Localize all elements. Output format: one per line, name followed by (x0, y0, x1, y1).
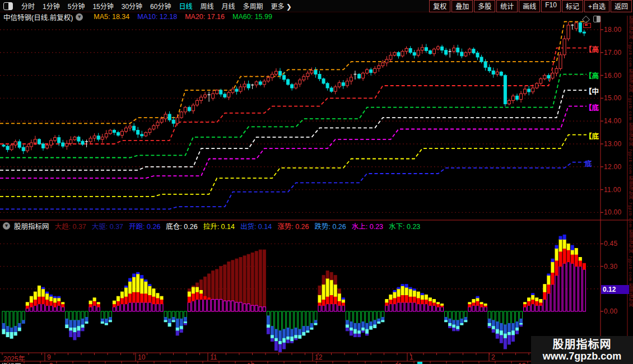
chart-canvas[interactable] (0, 0, 633, 364)
band-label: 【底 (585, 130, 599, 141)
indicator-values: 大趋: 0.37大驱: 0.37开跑: 0.26底仓: 0.26拉升: 0.14… (49, 221, 421, 231)
price-axis-label: 18.00 (604, 26, 622, 34)
app-window-icon[interactable] (3, 2, 13, 10)
clipped-bottom-text: 指标网 (1, 361, 21, 364)
chevron-down-icon[interactable]: ▼ (3, 222, 10, 230)
price-axis-label: 11.00 (604, 186, 621, 194)
menu-item-1分钟[interactable]: 1分钟 (43, 1, 60, 11)
last-value-badge: 0.12 (601, 285, 629, 294)
price-axis-label: 16.00 (604, 72, 622, 80)
menu-item-30分钟[interactable]: 30分钟 (122, 1, 142, 11)
ma-value-MA10: MA10: 12.18 (137, 13, 177, 21)
price-axis-label: 10.00 (604, 208, 622, 216)
stock-title: 中信特钢(日线.前复权) (3, 12, 73, 22)
toolbar-button-复权[interactable]: 复权 (429, 0, 450, 12)
chevron-down-icon[interactable]: ▼ (76, 13, 83, 21)
price-axis-label: 12.00 (604, 163, 622, 171)
toolbar-buttons: 复权叠加多股统计画线F10标记+自选返回 (428, 0, 632, 12)
menu-item-日线[interactable]: 日线 (179, 1, 192, 11)
indicator-大驱: 大驱: 0.37 (92, 221, 123, 231)
band-label: 【中 (585, 86, 599, 96)
band-label: 【高 (585, 44, 599, 54)
ma-values: MA5: 18.34MA10: 12.18MA20: 17.16MA60: 15… (86, 13, 272, 21)
toolbar-button-多股[interactable]: 多股 (474, 0, 495, 12)
menu-item-分时[interactable]: 分时 (21, 1, 35, 11)
date-label2-10: 10 (247, 362, 254, 364)
menu-item-15分钟[interactable]: 15分钟 (92, 1, 113, 11)
indicator-水下: 水下: 0.23 (389, 221, 420, 231)
toolbar-button-返回[interactable]: 返回 (611, 0, 632, 12)
panel-toggle-icon[interactable] (593, 16, 601, 22)
clipped-cyan-fragment (417, 362, 422, 364)
sub-axis-label: 0.00 (604, 307, 618, 315)
price-axis-label: 17.00 (604, 49, 622, 57)
period-menu: 分时1分钟5分钟15分钟30分钟60分钟日线周线月线多周期更多 ❯ (17, 1, 296, 11)
indicator-涨势: 涨势: 0.26 (277, 221, 309, 231)
toolbar-button-F10[interactable]: F10 (541, 0, 561, 12)
toolbar-button-+自选[interactable]: +自选 (584, 0, 609, 12)
date-label-9: 9 (47, 353, 51, 361)
indicator-开跑: 开跑: 0.26 (129, 221, 160, 231)
date-label-2: 2 (491, 353, 495, 361)
indicator-拉升: 拉升: 0.14 (203, 221, 235, 231)
date-label-12: 12 (315, 353, 322, 361)
chart-title-row: 中信特钢(日线.前复权) ▼ MA5: 18.34MA10: 12.18MA20… (0, 12, 272, 22)
menu-item-5分钟[interactable]: 5分钟 (68, 1, 85, 11)
menu-item-周线[interactable]: 周线 (200, 1, 213, 11)
toolbar-button-画线[interactable]: 画线 (519, 0, 540, 12)
price-axis-label: 14.00 (604, 117, 622, 125)
watermark: 股朋指标网 www.7gpzb.com (531, 336, 633, 364)
sub-indicator-header: ▼ 股朋指标网 大趋: 0.37大驱: 0.37开跑: 0.26底仓: 0.26… (0, 221, 420, 231)
menu-item-多周期[interactable]: 多周期 (243, 1, 263, 11)
ma-value-MA5: MA5: 18.34 (94, 13, 129, 21)
top-menubar: 分时1分钟5分钟15分钟30分钟60分钟日线周线月线多周期更多 ❯ 复权叠加多股… (0, 0, 633, 12)
band-label: 底 (585, 158, 592, 169)
menu-item-60分钟[interactable]: 60分钟 (150, 1, 171, 11)
right-vertical-text-strip: 股朋指标网·7gpzb·com·股朋指标网·7gpzb·com·股朋指标网·7g… (628, 16, 633, 362)
watermark-url: www.7gpzb.com (543, 351, 621, 362)
toolbar-button-统计[interactable]: 统计 (496, 0, 518, 12)
date-label2-12: 12 (518, 362, 525, 364)
sub-axis-label: 0.45 (604, 240, 618, 248)
date-label2-11: 11 (395, 362, 402, 364)
indicator-大趋: 大趋: 0.37 (55, 221, 86, 231)
menu-item-更多 ❯[interactable]: 更多 ❯ (271, 1, 292, 11)
date-label-11: 11 (210, 353, 217, 361)
indicator-出货: 出货: 0.14 (240, 221, 272, 231)
watermark-site-name: 股朋指标网 (553, 338, 612, 351)
top-band-marker-icon (583, 23, 591, 28)
ma-value-MA60: MA60: 15.99 (232, 13, 272, 21)
trading-terminal: 分时1分钟5分钟15分钟30分钟60分钟日线周线月线多周期更多 ❯ 复权叠加多股… (0, 0, 633, 364)
indicator-水上: 水上: 0.23 (352, 221, 383, 231)
band-label: 【高 (585, 70, 599, 81)
date-label2-9: 9 (49, 362, 53, 364)
indicator-底仓: 底仓: 0.26 (166, 221, 197, 231)
price-axis-label: 15.00 (604, 94, 622, 102)
sub-axis-label: 0.30 (604, 263, 618, 270)
ma-value-MA20: MA20: 17.16 (185, 13, 225, 21)
toolbar-button-叠加[interactable]: 叠加 (452, 0, 473, 12)
toolbar-button-标记[interactable]: 标记 (562, 0, 583, 12)
menu-item-月线[interactable]: 月线 (222, 1, 235, 11)
price-axis-label: 13.00 (604, 140, 622, 148)
date-label-1: 1 (409, 353, 413, 361)
band-label: 【底 (585, 102, 599, 113)
date-label-10: 10 (138, 353, 145, 361)
indicator-name: 股朋指标网 (14, 221, 49, 231)
indicator-跌势: 跌势: 0.26 (314, 221, 346, 231)
